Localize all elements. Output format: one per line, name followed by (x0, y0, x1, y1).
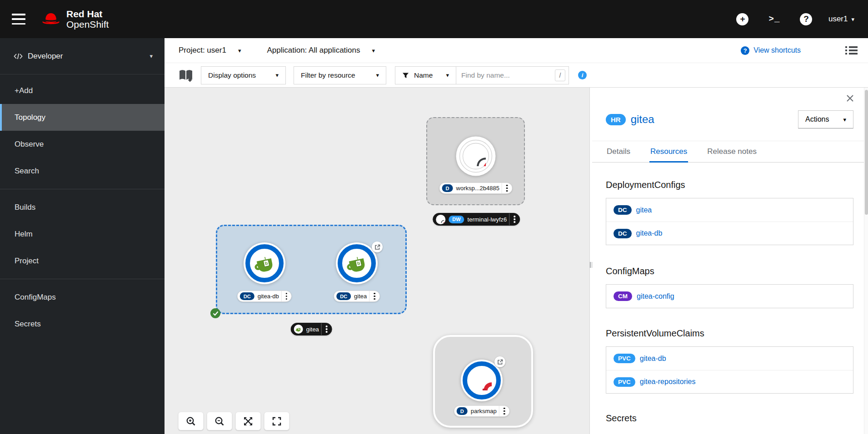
tab-release-notes[interactable]: Release notes (706, 141, 758, 163)
sidebar-item-secrets[interactable]: Secrets (0, 311, 165, 337)
web-terminal-button[interactable]: >_ (765, 10, 784, 29)
kebab-menu-icon[interactable] (281, 291, 292, 301)
user-menu[interactable]: user1 ▾ (828, 15, 854, 24)
nav-divider (0, 279, 165, 279)
resource-link[interactable]: gitea-repositories (640, 378, 696, 386)
redhat-fedora-icon (41, 11, 61, 27)
guided-tour-button[interactable] (179, 69, 193, 82)
question-circle-icon: ? (800, 13, 812, 25)
gitea-db-node[interactable] (243, 242, 286, 286)
close-panel-button[interactable] (846, 94, 854, 104)
filter-funnel-icon (402, 72, 409, 79)
deploymentconfig-badge: DC (336, 292, 351, 300)
open-url-decorator[interactable] (372, 242, 383, 252)
devworkspace-badge: DW (449, 216, 464, 223)
zoom-in-button[interactable] (178, 412, 204, 430)
info-icon[interactable]: i (578, 71, 587, 79)
check-icon (213, 311, 219, 316)
sidebar-item-search[interactable]: Search (0, 158, 165, 184)
kebab-menu-icon[interactable] (502, 183, 512, 193)
panel-scrollbar[interactable] (864, 88, 868, 434)
application-switcher[interactable]: Application: All applications ▾ (267, 46, 375, 55)
gitea-application-label[interactable]: gitea (291, 323, 332, 335)
external-link-icon (375, 245, 380, 249)
resource-link[interactable]: gitea-db (636, 229, 663, 237)
quick-create-button[interactable]: + (733, 10, 752, 29)
actions-dropdown[interactable]: Actions ▾ (798, 110, 853, 128)
topology-filter-toolbar: Display options ▾ Filter by resource ▾ N… (165, 63, 868, 88)
sidebar-item-project[interactable]: Project (0, 247, 165, 274)
deployment-badge: D (442, 184, 453, 192)
chevron-down-icon: ▾ (376, 72, 379, 78)
resource-list: CM gitea-config (606, 284, 853, 308)
code-icon (14, 52, 23, 60)
question-circle-icon: ? (741, 46, 749, 55)
view-shortcuts-link[interactable]: ? View shortcuts (741, 46, 801, 55)
tab-resources[interactable]: Resources (649, 141, 688, 163)
canvas-controls (178, 412, 289, 430)
list-view-icon (845, 46, 858, 55)
chevron-down-icon: ▾ (446, 72, 449, 78)
kebab-menu-icon[interactable] (369, 291, 379, 301)
kebab-menu-icon[interactable] (509, 213, 519, 225)
sidebar-item-observe[interactable]: Observe (0, 131, 165, 158)
find-by-name-input[interactable] (456, 66, 569, 84)
sidebar-item-add[interactable]: +Add (0, 77, 165, 104)
sidebar-item-configmaps[interactable]: ConfigMaps (0, 284, 165, 311)
resource-row[interactable]: DC gitea (606, 198, 853, 222)
zoom-out-icon (215, 416, 224, 426)
terminal-node-label[interactable]: DW terminal-lwyfz6 (433, 213, 520, 226)
configmap-badge: CM (614, 291, 632, 301)
parksmap-node-label[interactable]: D parksmap (454, 405, 510, 417)
gitea-db-node-label[interactable]: DC gitea-db (237, 291, 292, 302)
name-filter-dropdown[interactable]: Name ▾ (395, 66, 456, 84)
sidebar-item-topology[interactable]: Topology (0, 104, 165, 131)
help-button[interactable]: ? (797, 10, 816, 29)
section-heading-configmaps: ConfigMaps (606, 266, 853, 276)
resource-link[interactable]: gitea-db (640, 355, 666, 363)
fullscreen-brackets-icon (272, 416, 282, 426)
resource-row[interactable]: PVC gitea-repositories (606, 370, 853, 393)
nav-toggle-hamburger-icon[interactable] (12, 14, 25, 25)
tab-details[interactable]: Details (606, 141, 631, 163)
scrollbar-thumb[interactable] (865, 90, 868, 215)
resource-link[interactable]: gitea (636, 206, 652, 214)
expand-arrows-icon (243, 416, 253, 426)
helmrelease-badge: HR (606, 114, 626, 125)
chevron-down-icon: ▾ (275, 72, 279, 78)
fullscreen-button[interactable] (264, 412, 289, 430)
success-check-decorator (210, 308, 220, 318)
filter-by-resource-dropdown[interactable]: Filter by resource ▾ (294, 66, 386, 84)
open-url-decorator[interactable] (494, 356, 505, 367)
gitea-node-label[interactable]: DC gitea (334, 291, 380, 302)
view-shortcuts-label: View shortcuts (753, 46, 801, 54)
sidebar-item-builds[interactable]: Builds (0, 194, 165, 221)
panel-title[interactable]: gitea (631, 113, 654, 126)
panel-tabs: Details Resources Release notes (592, 141, 868, 163)
kebab-menu-icon[interactable] (321, 323, 332, 335)
workspace-node[interactable] (456, 136, 496, 178)
resource-row[interactable]: CM gitea-config (606, 285, 853, 308)
deploymentconfig-badge: DC (240, 292, 254, 300)
pvc-badge: PVC (614, 377, 635, 387)
resource-row[interactable]: DC gitea-db (606, 222, 853, 245)
masthead: Red Hat OpenShift + >_ ? user1 ▾ (0, 0, 868, 38)
chevron-down-icon: ▾ (843, 117, 846, 123)
perspective-switcher[interactable]: Developer ▾ (0, 38, 165, 74)
display-options-dropdown[interactable]: Display options ▾ (201, 66, 286, 84)
kebab-menu-icon[interactable] (499, 406, 509, 416)
project-switcher[interactable]: Project: user1 ▾ (179, 46, 241, 55)
perspective-label: Developer (28, 52, 63, 61)
workspace-node-label[interactable]: D worksp...2b4885 (439, 182, 513, 194)
che-mini-icon (436, 215, 445, 224)
resource-link[interactable]: gitea-config (637, 292, 674, 301)
chevron-down-icon: ▾ (851, 16, 854, 22)
sidebar-item-helm[interactable]: Helm (0, 221, 165, 247)
topology-canvas[interactable]: D worksp...2b4885 DW terminal-lwyfz6 (165, 88, 589, 434)
fit-to-screen-button[interactable] (235, 412, 261, 430)
list-view-toggle-button[interactable] (845, 46, 858, 55)
zoom-out-button[interactable] (207, 412, 232, 430)
resource-row[interactable]: PVC gitea-db (606, 347, 853, 370)
pvc-badge: PVC (614, 354, 635, 363)
deployment-badge: D (457, 407, 468, 415)
